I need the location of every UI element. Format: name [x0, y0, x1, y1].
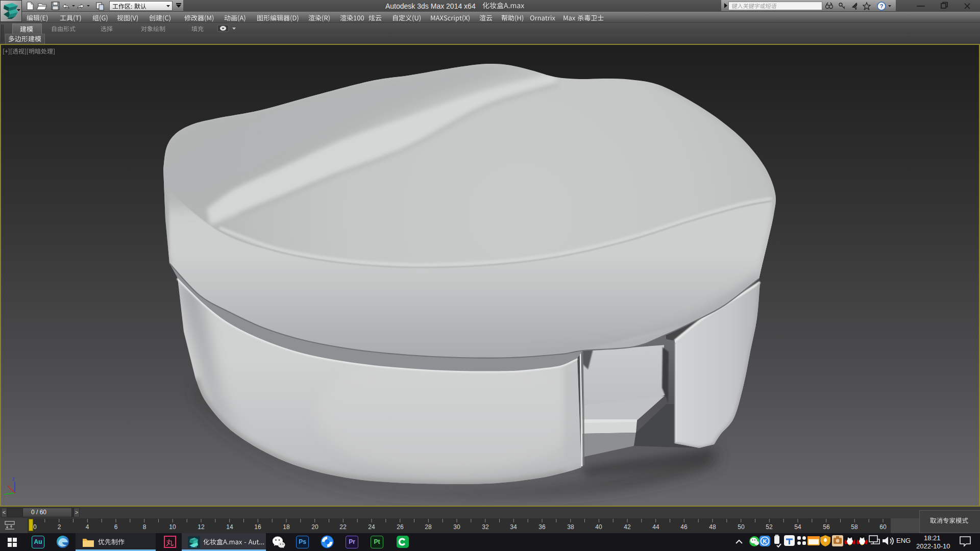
svg-text:?: ? [880, 3, 884, 9]
svg-text:ENG: ENG [896, 537, 911, 544]
svg-text:z: z [12, 476, 15, 482]
svg-text:max: max [191, 545, 197, 548]
svg-text:18:21: 18:21 [924, 534, 941, 542]
svg-text:K: K [763, 538, 767, 544]
svg-text:2022-10-10: 2022-10-10 [916, 542, 950, 550]
